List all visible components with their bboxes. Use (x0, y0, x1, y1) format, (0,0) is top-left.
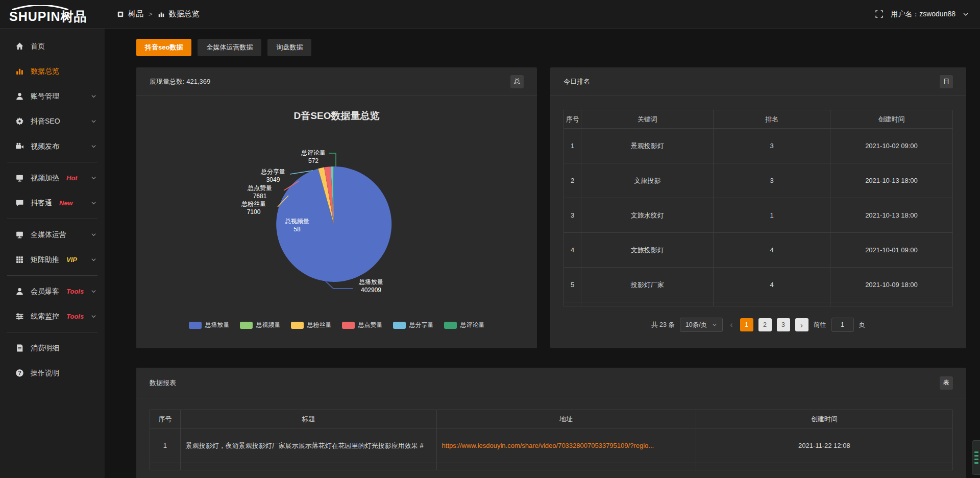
sidebar-item-label: 线索监控 (31, 312, 59, 321)
table-row: 2文旅投影32021-10-13 18:00 (564, 163, 953, 198)
chevron-down-icon (91, 118, 96, 124)
legend-item[interactable]: 总点赞量 (342, 321, 383, 329)
page-button-3[interactable]: 3 (777, 318, 790, 331)
video-link[interactable]: https://www.iesdouyin.com/share/video/70… (442, 442, 654, 449)
pie-label-value: 402909 (359, 286, 383, 294)
legend-item[interactable]: 总分享量 (393, 321, 434, 329)
goto-label: 前往 (814, 321, 826, 329)
sidebar-item-badge: New (59, 199, 73, 207)
sidebar-item-video-heat[interactable]: 视频加热Hot (0, 165, 105, 190)
home-icon (15, 42, 24, 51)
chart-legend: 总播放量总视频量总粉丝量总点赞量总分享量总评论量 (136, 321, 537, 329)
column-header: 创建时间 (830, 110, 952, 129)
ranking-table-body: 1景观投影灯32021-10-02 09:002文旅投影32021-10-13 … (564, 129, 953, 306)
sidebar-item-label: 数据总览 (31, 67, 59, 76)
sidebar-item-consume-detail[interactable]: 消费明细 (0, 336, 105, 361)
legend-label: 总粉丝量 (307, 321, 332, 329)
pie-label: 总粉丝量7100 (241, 200, 266, 216)
bar-chart-icon (158, 11, 165, 18)
goto-page-input[interactable] (831, 318, 854, 332)
prev-page-button[interactable]: ‹ (728, 320, 734, 329)
ranking-table: 序号关键词排名创建时间 1景观投影灯32021-10-02 09:002文旅投影… (564, 110, 953, 306)
breadcrumb-root[interactable]: 树品 (128, 9, 143, 19)
sidebar-item-douketong[interactable]: 抖客通New (0, 190, 105, 216)
table-cell: 文旅投影灯 (581, 233, 714, 268)
legend-item[interactable]: 总视频量 (240, 321, 281, 329)
column-header: 序号 (150, 410, 181, 428)
fullscreen-icon[interactable] (875, 10, 884, 18)
chevron-down-icon[interactable] (963, 11, 969, 17)
pie-label-name: 总视频量 (285, 217, 309, 225)
top-bar: SHUPIN树品 树品 > 数据总览 用户名：zswodun88 (0, 0, 980, 29)
column-header: 地址 (436, 410, 696, 428)
person-icon (15, 287, 24, 296)
floating-contact-widget[interactable] (972, 440, 980, 475)
pie-label-value: 7681 (248, 192, 272, 200)
sidebar-divider (7, 162, 97, 162)
table-row: 4文旅投影灯42021-10-01 09:00 (564, 233, 953, 268)
pie-label-name: 总粉丝量 (241, 200, 266, 208)
tab-douyin-seo-data[interactable]: 抖音seo数据 (136, 39, 191, 56)
pie-label-value: 7100 (241, 208, 266, 216)
page-button-2[interactable]: 2 (758, 318, 772, 331)
sidebar-item-help[interactable]: ?操作说明 (0, 361, 105, 386)
page-buttons: 123 (740, 318, 790, 331)
table-cell: 景观投影灯 (581, 129, 714, 163)
page-button-1[interactable]: 1 (740, 318, 753, 331)
sidebar-item-label: 视频加热 (31, 174, 59, 183)
legend-label: 总评论量 (460, 321, 485, 329)
legend-label: 总播放量 (205, 321, 230, 329)
overview-corner-button[interactable]: 总 (510, 75, 524, 88)
table-cell: 2021-11-22 12:08 (696, 428, 952, 463)
report-corner-button[interactable]: 表 (940, 376, 953, 390)
ranking-corner-button[interactable]: 日 (940, 75, 953, 88)
sidebar-item-account-manage[interactable]: 账号管理 (0, 84, 105, 109)
overview-panel: 展现量总数: 421,369 总 D音SEO数据量总览 总播放量402909总视… (136, 67, 537, 348)
sidebar-item-matrix-boost[interactable]: 矩阵助推VIP (0, 247, 105, 272)
pie-label: 总评论量572 (301, 149, 326, 165)
sidebar-item-data-overview[interactable]: 数据总览 (0, 59, 105, 84)
tab-inquiry-data[interactable]: 询盘数据 (267, 39, 311, 56)
sidebar-item-label: 操作说明 (31, 369, 59, 378)
legend-swatch (291, 322, 304, 329)
sidebar-item-label: 抖音SEO (31, 117, 60, 126)
gear-icon (15, 117, 24, 126)
table-cell: 3 (564, 198, 581, 233)
breadcrumb-current[interactable]: 数据总览 (169, 9, 200, 19)
page-size-select[interactable]: 10条/页 (680, 318, 723, 332)
username-label[interactable]: 用户名：zswodun88 (891, 10, 955, 19)
screen-icon (15, 174, 24, 182)
table-cell: 3 (714, 163, 830, 198)
sidebar-item-media-ops[interactable]: 全媒体运营 (0, 222, 105, 247)
tab-media-ops-data[interactable]: 全媒体运营数据 (198, 39, 261, 56)
page-size-value: 10条/页 (685, 321, 707, 329)
sidebar-item-lead-monitor[interactable]: 线索监控Tools (0, 304, 105, 329)
app-logo[interactable]: SHUPIN树品 (0, 5, 105, 23)
pie-label-value: 572 (301, 157, 326, 165)
pie-label-value: 58 (285, 225, 309, 233)
legend-item[interactable]: 总粉丝量 (291, 321, 332, 329)
sidebar-item-douyin-seo[interactable]: 抖音SEO (0, 109, 105, 134)
next-page-button[interactable]: › (795, 318, 808, 331)
table-row-stub (150, 463, 953, 470)
breadcrumb: 树品 > 数据总览 (117, 9, 200, 19)
table-row: 1景观投影灯32021-10-02 09:00 (564, 129, 953, 163)
pie-chart-area: D音SEO数据量总览 总播放量402909总视频量58总粉丝量7100总点赞量7… (136, 96, 537, 348)
svg-text:?: ? (18, 370, 21, 376)
sidebar-item-badge: Tools (66, 313, 84, 320)
sidebar-item-home[interactable]: 首页 (0, 34, 105, 59)
legend-item[interactable]: 总评论量 (444, 321, 485, 329)
question-icon: ? (15, 369, 24, 377)
sidebar-divider (7, 275, 97, 276)
column-header: 标题 (180, 410, 436, 428)
legend-item[interactable]: 总播放量 (189, 321, 230, 329)
sliders-icon (15, 312, 24, 321)
report-title: 数据报表 (150, 378, 176, 388)
sidebar-item-label: 全媒体运营 (31, 230, 66, 240)
table-cell: 5 (564, 268, 581, 302)
sidebar-item-member-baoke[interactable]: 会员爆客Tools (0, 279, 105, 304)
table-cell: 投影灯厂家 (581, 268, 714, 302)
sidebar-item-label: 抖客通 (31, 199, 52, 208)
table-cell: 3 (714, 129, 830, 163)
sidebar-item-video-publish[interactable]: 视频发布 (0, 134, 105, 159)
